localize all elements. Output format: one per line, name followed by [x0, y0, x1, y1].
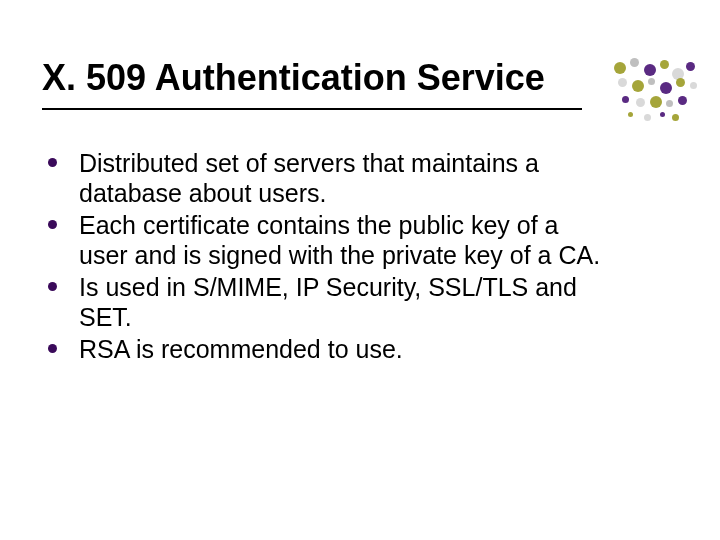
- bullet-text: Each certificate contains the public key…: [79, 210, 608, 270]
- bullet-icon: [48, 282, 57, 291]
- bullet-text: RSA is recommended to use.: [79, 334, 403, 364]
- decorative-dots: [614, 58, 698, 128]
- bullet-list: Distributed set of servers that maintain…: [48, 148, 608, 366]
- list-item: Distributed set of servers that maintain…: [48, 148, 608, 208]
- bullet-text: Distributed set of servers that maintain…: [79, 148, 608, 208]
- bullet-icon: [48, 220, 57, 229]
- title-underline: [42, 108, 582, 110]
- list-item: RSA is recommended to use.: [48, 334, 608, 364]
- list-item: Each certificate contains the public key…: [48, 210, 608, 270]
- slide-title: X. 509 Authentication Service: [42, 58, 582, 98]
- title-block: X. 509 Authentication Service: [42, 58, 582, 118]
- bullet-icon: [48, 344, 57, 353]
- bullet-icon: [48, 158, 57, 167]
- bullet-text: Is used in S/MIME, IP Security, SSL/TLS …: [79, 272, 608, 332]
- slide: X. 509 Authentication Service Distribute…: [0, 0, 720, 540]
- list-item: Is used in S/MIME, IP Security, SSL/TLS …: [48, 272, 608, 332]
